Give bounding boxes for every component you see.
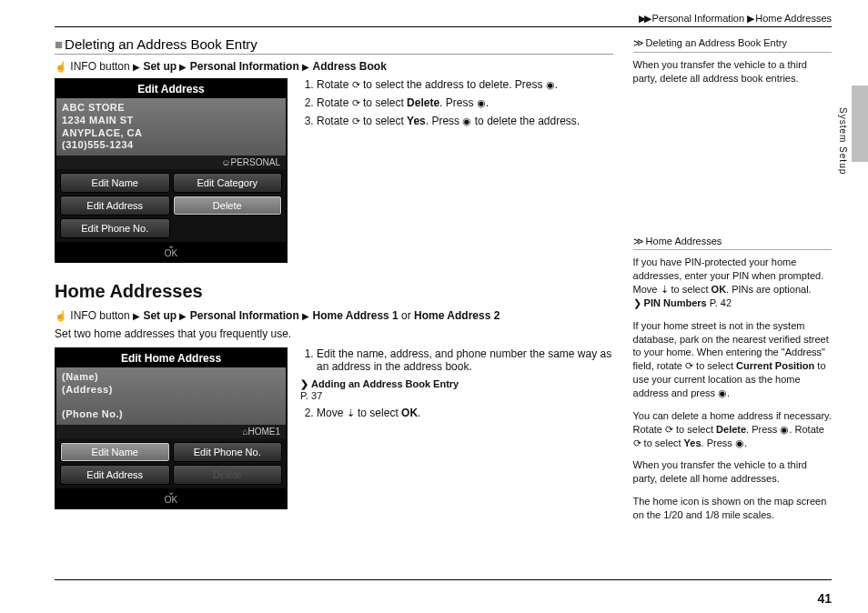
aside-home-delete: You can delete a home address if necessa… <box>633 409 832 450</box>
step-2: Move ⇣ to select OK. <box>317 407 613 419</box>
nav-path-delete: ☝ INFO button ▶ Set up ▶ Personal Inform… <box>55 60 613 73</box>
shot-btn-delete: Delete <box>173 465 283 485</box>
aside-home-pin: If you have PIN-protected your home addr… <box>633 256 832 309</box>
rotate-icon: ⟳ <box>352 97 360 108</box>
aside-delete-note: When you transfer the vehicle to a third… <box>633 58 832 85</box>
shot-btn-edit-address: Edit Address <box>60 465 170 485</box>
press-icon: ◉ <box>735 437 744 448</box>
shot-btn-edit-phone: Edit Phone No. <box>60 218 170 238</box>
triangle-icon: ▶ <box>179 62 187 72</box>
press-icon: ◉ <box>477 97 486 108</box>
press-icon: ◉ <box>780 424 789 435</box>
shot-info: (Name) (Address) (Phone No.) <box>56 367 286 425</box>
dbl-triangle-icon: ≫ <box>633 37 643 48</box>
move-icon: ⇣ <box>347 407 355 418</box>
steps-home: Edit the name, address, and phone number… <box>300 347 613 373</box>
shot-tag: ☺ PERSONAL <box>56 156 286 169</box>
screenshot-edit-home: Edit Home Address (Name) (Address) (Phon… <box>55 347 288 509</box>
hand-icon: ☝ <box>55 61 67 72</box>
step-1: Rotate ⟳ to select the address to delete… <box>317 78 613 91</box>
press-icon: ◉ <box>718 387 727 398</box>
aside-home-street: If your home street is not in the system… <box>633 319 832 400</box>
topic-desc: Set two home addresses that you frequent… <box>55 327 613 340</box>
step-3: Rotate ⟳ to select Yes. Press ◉ to delet… <box>317 115 613 127</box>
press-icon: ◉ <box>462 116 471 126</box>
side-tab <box>852 85 868 162</box>
shot-btn-edit-name: Edit Name <box>60 442 170 462</box>
shot-btn-delete: Delete <box>173 196 283 216</box>
crumb-current: Home Addresses <box>755 13 832 24</box>
side-label: System Setup <box>838 107 848 175</box>
rotate-icon: ⟳ <box>633 437 641 448</box>
hand-icon: ☝ <box>55 310 67 321</box>
triangle-icon: ▶ <box>302 311 309 321</box>
steps-home-cont: Move ⇣ to select OK. <box>300 407 613 419</box>
shot-info: ABC STORE 1234 MAIN ST ANYPLACE, CA (310… <box>56 98 286 156</box>
shot-title: Edit Home Address <box>56 349 286 367</box>
page-number: 41 <box>817 591 832 606</box>
shot-ok: ⌄OK <box>56 488 286 507</box>
screenshot-edit-address: Edit Address ABC STORE 1234 MAIN ST ANYP… <box>55 78 288 263</box>
move-icon: ⇣ <box>661 284 669 295</box>
shot-tag: ⌂ HOME1 <box>56 425 286 438</box>
step-2: Rotate ⟳ to select Delete. Press ◉. <box>317 96 613 109</box>
shot-btn-edit-category: Edit Category <box>173 173 283 193</box>
breadcrumb: ▶▶ Personal Information ▶ Home Addresses <box>55 13 832 25</box>
xref-icon: ❯ <box>300 378 308 389</box>
steps-delete: Rotate ⟳ to select the address to delete… <box>300 78 613 127</box>
rotate-icon: ⟳ <box>665 424 673 435</box>
shot-btn-edit-address: Edit Address <box>60 196 170 216</box>
shot-btn-edit-name: Edit Name <box>60 173 170 193</box>
triangle-icon: ▶ <box>179 311 187 321</box>
nav-path-home: ☝ INFO button ▶ Set up ▶ Personal Inform… <box>55 309 613 322</box>
xref-icon: ❯ <box>633 297 641 308</box>
aside-home-icon-note: The home icon is shown on the map screen… <box>633 495 832 522</box>
triangle-icon: ▶ <box>302 62 309 72</box>
crumb-parent: Personal Information <box>652 13 745 24</box>
shot-title: Edit Address <box>56 80 286 98</box>
rotate-icon: ⟳ <box>685 360 693 371</box>
aside-head-delete: ≫ Deleting an Address Book Entry <box>633 36 832 53</box>
aside-head-home: ≫ Home Addresses <box>633 235 832 251</box>
dbl-triangle-icon: ≫ <box>633 236 643 246</box>
triangle-icon: ▶ <box>644 13 650 24</box>
step-1: Edit the name, address, and phone number… <box>317 347 613 373</box>
triangle-icon: ▶ <box>133 62 140 72</box>
aside-home-transfer: When you transfer the vehicle to a third… <box>633 458 832 486</box>
section-heading-delete: ■Deleting an Address Book Entry <box>55 36 613 55</box>
rotate-icon: ⟳ <box>352 116 360 126</box>
square-icon: ■ <box>55 36 63 52</box>
xref-adding-entry: ❯ Adding an Address Book Entry P. 37 <box>300 378 613 401</box>
shot-btn-edit-phone: Edit Phone No. <box>173 442 283 462</box>
shot-ok: ⌄OK <box>56 242 286 261</box>
topic-home-addresses: Home Addresses <box>55 281 613 302</box>
rule-bottom <box>55 579 832 580</box>
triangle-icon: ▶ <box>133 311 140 321</box>
rule-top <box>55 26 832 27</box>
press-icon: ◉ <box>546 79 555 90</box>
triangle-icon: ▶ <box>747 13 752 24</box>
rotate-icon: ⟳ <box>352 79 360 90</box>
